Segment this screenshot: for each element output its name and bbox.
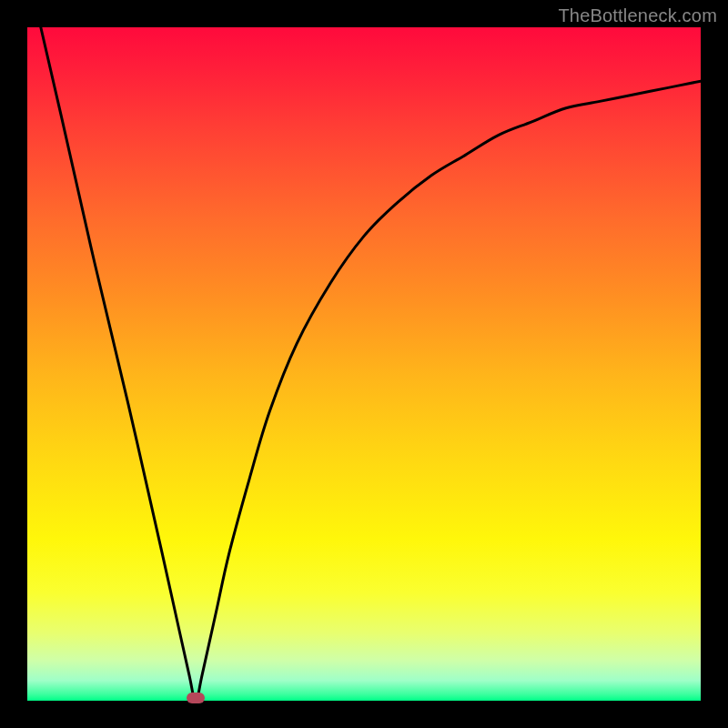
minimum-marker (187, 693, 205, 703)
watermark-text: TheBottleneck.com (558, 5, 717, 26)
chart-curve (27, 27, 701, 701)
chart-plot-area (27, 27, 701, 701)
